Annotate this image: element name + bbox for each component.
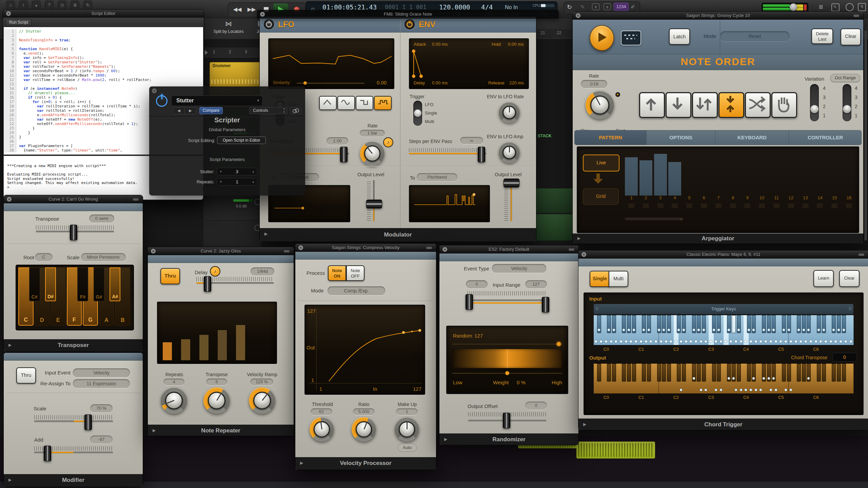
code-line[interactable]: 5function HandleMIDI(e) { (4, 47, 203, 51)
chord-trigger-window[interactable]: × Classic Electric Piano: Major 6, 9, #1… (578, 250, 868, 430)
lfo-smoothing-value[interactable]: 1.00 (327, 137, 348, 145)
piano-key-black[interactable] (712, 315, 716, 333)
transposer-footer[interactable]: ▶ Transposer (4, 339, 143, 352)
stepper-up-icon[interactable]: ▴ (252, 170, 254, 173)
trigger-keys-bar[interactable]: Trigger Keys ||| ||| (594, 304, 853, 314)
lfo-shape-sine-button[interactable] (337, 96, 355, 110)
eject-icon[interactable]: ▴ (32, 1, 41, 9)
grip-icon[interactable]: ||| (596, 307, 598, 310)
output-offset-handle[interactable] (503, 413, 510, 428)
param-stepper[interactable]: ▾3▴ (216, 168, 258, 176)
piano-key-black[interactable] (737, 315, 741, 333)
env-trigger-lfo[interactable]: LFO (425, 102, 433, 107)
piano-key-black[interactable] (772, 364, 776, 382)
piano-key-black[interactable] (732, 364, 736, 382)
close-icon[interactable]: × (152, 88, 157, 93)
piano-key-black[interactable] (772, 315, 776, 333)
minimize-pill-icon[interactable] (284, 250, 290, 252)
close-icon[interactable]: × (260, 12, 265, 17)
vp-curve-display[interactable]: 127 Out 1 1 In 127 (304, 305, 425, 395)
step-cell[interactable] (788, 203, 794, 208)
piano-key-black[interactable] (667, 364, 671, 382)
weight-dot[interactable] (505, 371, 509, 375)
env-to-value[interactable]: Pitchbend (417, 173, 457, 181)
similarity-slider[interactable] (297, 83, 364, 84)
piano-key-black[interactable] (662, 315, 666, 333)
minimize-pill-icon[interactable] (569, 248, 574, 251)
piano-key-black[interactable] (632, 364, 636, 382)
note-repeater-titlebar[interactable]: × Curve 2: Jazzy Gliss (148, 247, 294, 256)
nr-repeats-knob[interactable] (161, 387, 187, 414)
display-mode-icon[interactable]: ⌂ (6, 1, 15, 9)
piano-key-black[interactable] (702, 315, 706, 333)
step-number[interactable]: 9 (746, 195, 749, 200)
piano-key-black[interactable] (682, 315, 686, 333)
piano-key-black[interactable] (717, 364, 721, 382)
piano-key-black[interactable] (642, 315, 646, 333)
randomizer-footer[interactable]: ▶ Randomizer (439, 433, 578, 445)
modifier-window[interactable]: Thru Input Event Velocity Re-Assign To 1… (3, 352, 143, 487)
piano-key-black[interactable] (817, 364, 821, 382)
lfo-output-level-slider[interactable] (373, 180, 375, 221)
order-converge-button[interactable] (718, 92, 744, 118)
crossfade-icon[interactable]: x (592, 3, 599, 10)
env-to-lfo-rate-knob[interactable] (499, 102, 520, 123)
nr-repeats-value[interactable]: 4 (163, 379, 184, 385)
step-cell[interactable] (817, 203, 823, 208)
track-header-row[interactable]: 0.0 dB (203, 195, 261, 221)
step-number[interactable]: 1 (630, 195, 632, 200)
modifier-scale-value[interactable]: 70 % (90, 404, 113, 412)
piano-key-black[interactable] (712, 364, 716, 382)
solo-icon[interactable]: s (604, 3, 611, 10)
order-as-played-button[interactable] (771, 92, 797, 118)
black-key-A#[interactable]: A# (110, 267, 120, 301)
tab-controller[interactable]: CONTROLLER (789, 130, 862, 145)
step-number[interactable]: 6 (703, 195, 705, 200)
step-number[interactable]: 2 (645, 195, 647, 200)
help-icon[interactable]: ? (45, 1, 54, 9)
lfo-rate-value[interactable]: 1 bar (360, 130, 385, 137)
piano-key-black[interactable] (767, 364, 771, 382)
multi-button[interactable]: Multi (609, 271, 628, 287)
random-amount-dot[interactable] (557, 342, 561, 346)
minimize-pill-icon[interactable] (859, 253, 864, 256)
prev-preset-button[interactable]: ◀ (173, 107, 185, 114)
step-cell[interactable] (744, 203, 750, 208)
step-cell[interactable] (831, 203, 837, 208)
velocity-processor-window[interactable]: × Saigon Strings: Compress Velocity Proc… (295, 243, 436, 470)
piano-key-black[interactable] (697, 364, 701, 382)
piano-key-black[interactable] (797, 315, 801, 333)
note-off-button[interactable]: Note OFF (346, 265, 364, 281)
piano-key-black[interactable] (842, 364, 846, 382)
oct-range-button[interactable]: Oct Range (830, 74, 860, 82)
step-cell[interactable] (672, 203, 678, 208)
piano-key-black[interactable] (842, 315, 846, 333)
step-cell[interactable] (628, 203, 634, 208)
pattern-bar[interactable] (668, 162, 681, 196)
piano-key-black[interactable] (657, 364, 661, 382)
input-range-max-handle[interactable] (542, 297, 549, 312)
chord-trigger-titlebar[interactable]: × Classic Electric Piano: Major 6, 9, #1… (578, 250, 868, 259)
code-line[interactable]: 2 (4, 34, 203, 38)
drummer-region[interactable]: Drummer (210, 62, 261, 87)
black-key-D#[interactable]: D# (45, 267, 56, 301)
meter-knob[interactable] (790, 3, 797, 11)
piano-key-black[interactable] (647, 315, 651, 333)
piano-key-black[interactable] (767, 315, 771, 333)
chevron-down-icon[interactable]: ▾ (257, 98, 259, 103)
lfo-shape-square-button[interactable] (356, 96, 373, 110)
step-number[interactable]: 5 (688, 195, 691, 200)
loop-icon[interactable]: ↻ (83, 1, 92, 9)
lfo-shape-random-button[interactable] (374, 96, 392, 110)
lfo-power-button[interactable] (264, 19, 274, 29)
grid-button[interactable]: Grid (583, 188, 619, 205)
piano-key-black[interactable] (762, 315, 766, 333)
link-button[interactable] (290, 107, 301, 114)
piano-key-black[interactable] (752, 364, 756, 382)
env-to-lfo-amp-knob[interactable] (499, 142, 520, 163)
velocity-processor-titlebar[interactable]: × Saigon Strings: Compress Velocity (295, 244, 436, 252)
arp-midi-keys-button[interactable] (621, 30, 641, 45)
env-output-level-handle[interactable] (504, 179, 519, 187)
code-line[interactable]: 7 var info = GetTimingInfo(); (4, 56, 203, 60)
piano-key-black[interactable] (662, 364, 666, 382)
